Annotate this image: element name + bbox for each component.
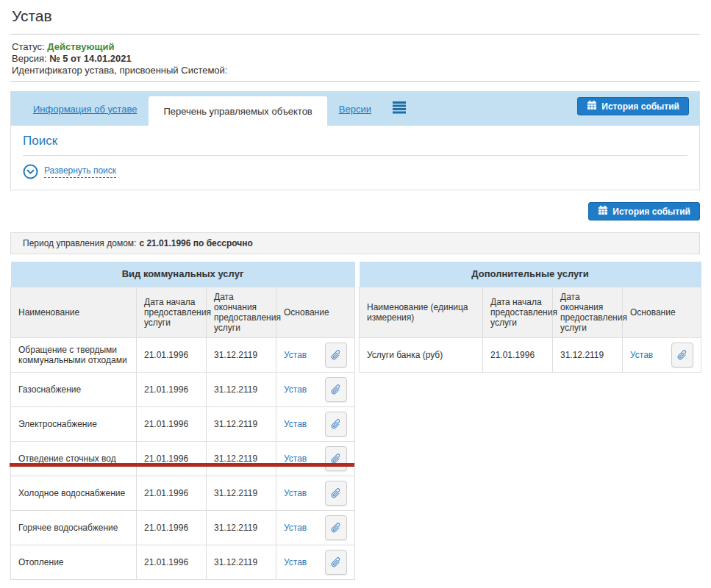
column-header-basis: Основание (623, 287, 701, 337)
start-date-cell: 21.01.1996 (137, 337, 207, 372)
paperclip-icon (328, 381, 345, 398)
basis-cell: Устав (276, 406, 355, 441)
column-header-end-date: Дата окончания предоставления услуги (553, 287, 623, 337)
column-header-end-date: Дата окончания предоставления услуги (207, 287, 276, 337)
attachment-button[interactable] (325, 481, 347, 506)
annotation-red-underline (10, 463, 354, 467)
attachment-button[interactable] (671, 343, 693, 368)
column-header-start-date: Дата начала предоставления услуги (483, 287, 553, 337)
basis-link[interactable]: Устав (284, 453, 307, 464)
column-header-name: Наименование (единица измерения) (360, 287, 483, 337)
basis-link[interactable]: Устав (284, 488, 307, 498)
basis-cell: Устав (276, 372, 355, 406)
end-date-cell: 31.12.2119 (207, 441, 276, 476)
attachment-button[interactable] (325, 377, 347, 402)
basis-cell: Устав (276, 337, 355, 372)
table-row: Услуги банка (руб) 21.01.1996 31.12.2119… (360, 337, 701, 372)
start-date-cell: 21.01.1996 (137, 476, 207, 510)
column-header-basis: Основание (276, 287, 355, 337)
basis-link[interactable]: Устав (284, 350, 307, 360)
basis-cell: Устав (623, 337, 701, 372)
basis-link[interactable]: Устав (284, 557, 307, 567)
end-date-cell: 31.12.2119 (207, 476, 276, 510)
additional-table-body: Услуги банка (руб) 21.01.1996 31.12.2119… (360, 337, 701, 372)
management-period-bar: Период управления домом: с 21.01.1996 по… (10, 232, 700, 254)
management-period-label: Период управления домом: (23, 238, 136, 248)
service-name-cell: Электроснабжение (11, 406, 137, 441)
end-date-cell: 31.12.2119 (207, 337, 276, 372)
end-date-cell: 31.12.2119 (207, 545, 276, 579)
attachment-button[interactable] (325, 343, 347, 368)
status-badge: Действующий (47, 41, 114, 52)
status-label: Статус: (12, 41, 45, 52)
identifier-line: Идентификатор устава, присвоенный Систем… (12, 65, 700, 76)
history-events-button[interactable]: История событий (577, 97, 689, 115)
divider (23, 155, 687, 156)
start-date-cell: 21.01.1996 (483, 337, 553, 372)
identifier-label: Идентификатор устава, присвоенный Систем… (12, 65, 227, 76)
start-date-cell: 21.01.1996 (137, 372, 207, 406)
basis-link[interactable]: Устав (284, 523, 307, 533)
service-name-cell: Холодное водоснабжение (11, 476, 137, 510)
additional-services-table: Дополнительные услуги Наименование (един… (359, 262, 701, 373)
charter-page: Устав Статус: Действующий Версия: № 5 от… (0, 0, 711, 588)
communal-table-header: Вид коммунальных услуг (11, 262, 355, 287)
table-row: Горячее водоснабжение 21.01.1996 31.12.2… (11, 510, 355, 545)
history-events-button-2[interactable]: История событий (588, 202, 700, 220)
end-date-cell: 31.12.2119 (207, 372, 276, 406)
management-period-value: с 21.01.1996 по бессрочно (139, 238, 253, 248)
basis-link[interactable]: Устав (284, 384, 307, 395)
attachment-button[interactable] (325, 446, 347, 471)
chevron-down-circle-icon[interactable] (23, 164, 38, 179)
version-value: № 5 от 14.01.2021 (49, 53, 132, 64)
paperclip-icon (328, 415, 345, 432)
tab-charter-info[interactable]: Информация об уставе (21, 92, 149, 126)
service-name-cell: Обращение с твердыми коммунальными отход… (11, 337, 137, 372)
end-date-cell: 31.12.2119 (207, 510, 276, 545)
start-date-cell: 21.01.1996 (137, 441, 207, 476)
history-button-row: История событий (10, 202, 700, 220)
tabs-menu-button[interactable] (383, 92, 415, 126)
expand-search-link[interactable]: Развернуть поиск (44, 165, 116, 178)
start-date-cell: 21.01.1996 (137, 510, 207, 545)
charter-meta: Статус: Действующий Версия: № 5 от 14.01… (10, 35, 700, 81)
paperclip-icon (328, 484, 345, 501)
service-name-cell: Отведение сточных вод (11, 441, 137, 476)
tab-bar: Информация об уставе Перечень управляемы… (11, 92, 699, 126)
service-name-cell: Горячее водоснабжение (11, 510, 137, 545)
table-row: Отведение сточных вод 21.01.1996 31.12.2… (11, 441, 355, 476)
start-date-cell: 21.01.1996 (137, 406, 207, 441)
table-row: Обращение с твердыми коммунальными отход… (11, 337, 355, 372)
attachment-button[interactable] (325, 550, 347, 575)
communal-services-table-wrap: Вид коммунальных услуг Наименование Дата… (10, 262, 355, 580)
divider (10, 81, 700, 82)
basis-cell: Устав (276, 441, 355, 476)
tab-managed-objects[interactable]: Перечень управляемых объектов (149, 96, 326, 126)
communal-table-body: Обращение с твердыми коммунальными отход… (11, 337, 355, 579)
charter-tabs-panel: Информация об уставе Перечень управляемы… (10, 91, 700, 190)
basis-link[interactable]: Устав (630, 350, 653, 360)
table-row: Газоснабжение 21.01.1996 31.12.2119 Уста… (11, 372, 355, 406)
expand-search-row: Развернуть поиск (23, 164, 687, 179)
services-tables: Вид коммунальных услуг Наименование Дата… (10, 262, 700, 580)
table-row: Холодное водоснабжение 21.01.1996 31.12.… (11, 476, 355, 510)
paperclip-icon (328, 553, 345, 570)
basis-cell: Устав (276, 476, 355, 510)
attachment-button[interactable] (325, 515, 347, 540)
attachment-button[interactable] (325, 412, 347, 437)
end-date-cell: 31.12.2119 (553, 337, 623, 372)
basis-cell: Устав (276, 545, 355, 579)
basis-link[interactable]: Устав (284, 419, 307, 429)
service-name-cell: Газоснабжение (11, 372, 137, 406)
search-title: Поиск (23, 134, 687, 155)
calendar-icon (587, 100, 597, 112)
basis-cell: Устав (276, 510, 355, 545)
status-line: Статус: Действующий (12, 41, 700, 53)
search-panel: Поиск Развернуть поиск (11, 126, 699, 190)
table-row: Электроснабжение 21.01.1996 31.12.2119 У… (11, 406, 355, 441)
hamburger-icon (392, 101, 407, 117)
version-label: Версия: (12, 53, 47, 64)
column-header-name: Наименование (11, 287, 137, 337)
tab-versions[interactable]: Версии (327, 92, 383, 126)
additional-services-table-wrap: Дополнительные услуги Наименование (един… (359, 262, 701, 373)
